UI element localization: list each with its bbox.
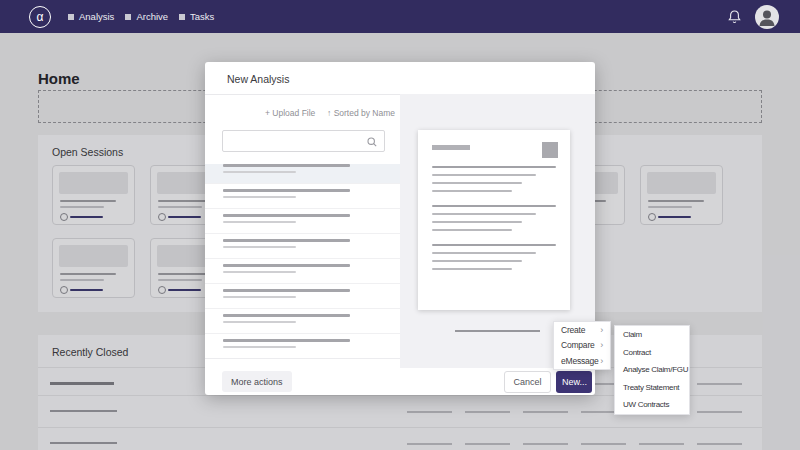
file-list-item[interactable] (205, 339, 400, 359)
bell-icon[interactable] (727, 9, 742, 25)
file-meta-placeholder (223, 296, 296, 298)
file-meta-placeholder (223, 171, 296, 173)
chevron-right-icon: › (600, 325, 603, 335)
submenu-item-treaty-statement[interactable]: Treaty Statement (615, 379, 689, 397)
submenu-item-claim[interactable]: Claim (615, 326, 689, 344)
new-button[interactable]: New... (556, 371, 592, 393)
preview-line-placeholder (432, 244, 556, 246)
menu-item-compare[interactable]: Compare› (554, 338, 610, 354)
file-name-placeholder (223, 214, 350, 217)
menu-square-icon (68, 14, 74, 20)
main-nav: AnalysisArchiveTasks (68, 11, 214, 22)
file-list-item[interactable] (205, 214, 400, 234)
file-list-item[interactable] (205, 289, 400, 309)
file-meta-placeholder (223, 221, 296, 223)
submenu-item-uw-contracts[interactable]: UW Contracts (615, 396, 689, 414)
chevron-right-icon: › (600, 340, 603, 350)
preview-logo-placeholder (542, 142, 558, 158)
new-dropdown-menu: Create›Compare›eMessage› (553, 321, 611, 370)
preview-line-placeholder (432, 190, 512, 192)
sort-arrow-icon: ↑ (327, 108, 331, 118)
search-icon (367, 137, 377, 147)
preview-line-placeholder (432, 174, 536, 176)
document-preview (418, 130, 570, 310)
preview-title-placeholder (432, 145, 470, 150)
top-navbar: α AnalysisArchiveTasks (0, 0, 800, 33)
submenu-item-contract[interactable]: Contract (615, 344, 689, 362)
sort-by-name-button[interactable]: ↑ Sorted by Name (327, 108, 395, 118)
file-name-placeholder (223, 314, 350, 317)
preview-caption-placeholder (455, 330, 540, 332)
preview-paragraph (432, 205, 556, 237)
file-list-item[interactable] (205, 189, 400, 209)
nav-item-label: Analysis (79, 11, 114, 22)
file-meta-placeholder (223, 346, 296, 348)
preview-paragraph (432, 244, 556, 276)
user-avatar[interactable] (755, 5, 779, 29)
navbar-right (727, 5, 779, 29)
preview-line-placeholder (432, 205, 556, 207)
menu-item-label: Compare (561, 340, 595, 350)
preview-line-placeholder (432, 166, 556, 168)
preview-line-placeholder (432, 213, 536, 215)
nav-item-tasks[interactable]: Tasks (179, 11, 214, 22)
menu-item-label: Create (561, 325, 585, 335)
search-input[interactable] (229, 133, 363, 151)
file-list-item[interactable] (205, 164, 400, 184)
preview-line-placeholder (432, 182, 522, 184)
nav-item-archive[interactable]: Archive (125, 11, 168, 22)
plus-icon: + (265, 108, 270, 118)
preview-line-placeholder (432, 260, 522, 262)
menu-square-icon (125, 14, 131, 20)
preview-line-placeholder (432, 221, 522, 223)
more-actions-button[interactable]: More actions (222, 371, 292, 392)
menu-square-icon (179, 14, 185, 20)
chevron-right-icon: › (600, 356, 603, 366)
file-name-placeholder (223, 189, 350, 192)
preview-line-placeholder (432, 268, 512, 270)
file-list-item[interactable] (205, 239, 400, 259)
file-name-placeholder (223, 239, 350, 242)
file-name-placeholder (223, 164, 350, 167)
app-logo[interactable]: α (29, 6, 51, 28)
app-screen: α AnalysisArchiveTasks Home Open Session… (0, 0, 800, 450)
menu-item-create[interactable]: Create› (554, 322, 610, 338)
modal-title: New Analysis (227, 73, 289, 85)
nav-item-label: Archive (136, 11, 168, 22)
file-meta-placeholder (223, 321, 296, 323)
file-name-placeholder (223, 264, 350, 267)
file-list-item[interactable] (205, 314, 400, 334)
preview-line-placeholder (432, 252, 536, 254)
submenu-item-analyse-claim-fgu[interactable]: Analyse Claim/FGU (615, 361, 689, 379)
file-name-placeholder (223, 339, 350, 342)
nav-item-analysis[interactable]: Analysis (68, 11, 114, 22)
file-meta-placeholder (223, 246, 296, 248)
upload-file-button[interactable]: + Upload File (265, 108, 315, 118)
file-meta-placeholder (223, 196, 296, 198)
preview-line-placeholder (432, 229, 512, 231)
file-name-placeholder (223, 289, 350, 292)
preview-paragraph (432, 166, 556, 198)
file-search-box (222, 130, 385, 152)
file-list (205, 159, 400, 359)
file-list-item[interactable] (205, 264, 400, 284)
cancel-button[interactable]: Cancel (504, 371, 551, 393)
menu-item-emessage[interactable]: eMessage› (554, 353, 610, 369)
new-analysis-modal: New Analysis + Upload File ↑ Sorted by N… (205, 62, 595, 395)
nav-item-label: Tasks (190, 11, 214, 22)
file-meta-placeholder (223, 271, 296, 273)
menu-item-label: eMessage (561, 356, 599, 366)
create-submenu: ClaimContractAnalyse Claim/FGUTreaty Sta… (614, 325, 690, 415)
